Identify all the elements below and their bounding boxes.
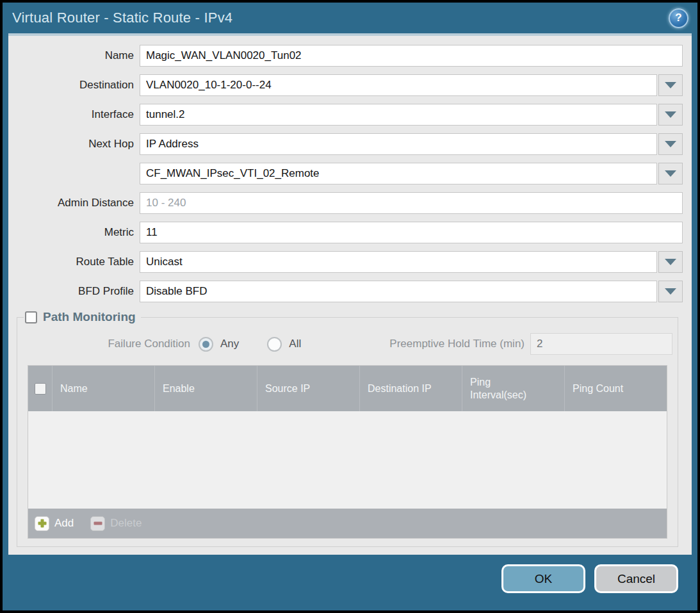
column-header-destination-ip[interactable]: Destination IP [359,366,462,411]
route-table-input[interactable] [140,251,657,273]
chevron-down-icon [665,82,676,88]
add-button[interactable]: Add [35,516,74,531]
plus-icon [35,516,49,531]
route-table-dropdown-button[interactable] [658,251,683,273]
chevron-down-icon [665,141,676,147]
static-route-dialog: Virtual Router - Static Route - IPv4 ? N… [3,3,697,610]
select-all-cell [28,366,52,411]
failure-condition-any-label: Any [220,338,239,350]
path-monitoring-table: Name Enable Source IP Destination IP Pin… [28,365,667,539]
bfd-profile-dropdown-button[interactable] [658,281,683,302]
failure-condition-label: Failure Condition [22,338,190,350]
help-icon[interactable]: ? [669,8,688,28]
table-header: Name Enable Source IP Destination IP Pin… [28,366,667,411]
ok-button[interactable]: OK [501,564,585,593]
bfd-profile-input[interactable] [140,281,657,302]
preemptive-hold-time-label: Preemptive Hold Time (min) [389,338,525,350]
path-monitoring-legend: Path Monitoring [24,310,141,324]
admin-distance-label: Admin Distance [12,197,134,209]
interface-label: Interface [12,108,134,121]
chevron-down-icon [665,288,676,295]
column-header-enable[interactable]: Enable [154,366,257,411]
route-table-row: Route Table [12,251,683,273]
interface-dropdown-button[interactable] [658,104,683,126]
dialog-footer: OK Cancel [3,555,697,610]
interface-row: Interface [12,104,683,126]
chevron-down-icon [665,259,676,265]
admin-distance-row: Admin Distance [12,192,683,214]
next-hop-type-input[interactable] [140,133,657,155]
delete-button-label: Delete [110,517,142,530]
destination-row: Destination [12,74,683,96]
next-hop-row: Next Hop [12,133,683,155]
minus-icon [90,516,105,531]
delete-button[interactable]: Delete [90,516,142,531]
next-hop-label: Next Hop [12,138,134,151]
failure-condition-any-radio[interactable] [199,337,213,352]
name-input[interactable] [140,45,683,67]
chevron-down-icon [665,170,676,177]
interface-input[interactable] [140,104,657,126]
path-monitoring-checkbox[interactable] [25,311,37,323]
column-header-name[interactable]: Name [52,366,154,411]
metric-label: Metric [12,226,134,239]
column-header-ping-interval[interactable]: Ping Interval(sec) [462,366,564,411]
bfd-profile-label: BFD Profile [12,285,134,298]
dialog-titlebar: Virtual Router - Static Route - IPv4 ? [3,3,697,33]
table-body-empty [28,411,667,509]
select-all-checkbox[interactable] [35,383,46,395]
dialog-content: Name Destination Interface [8,33,692,555]
preemptive-hold-time-input[interactable] [530,333,672,355]
next-hop-address-row [12,163,683,184]
destination-input[interactable] [140,74,657,96]
admin-distance-input[interactable] [140,192,683,214]
name-label: Name [12,49,134,62]
column-header-ping-count[interactable]: Ping Count [564,366,667,411]
metric-row: Metric [12,222,683,243]
route-table-label: Route Table [12,256,134,268]
destination-dropdown-button[interactable] [658,74,683,96]
path-monitoring-section: Path Monitoring Failure Condition Any Al… [17,310,678,547]
next-hop-address-input[interactable] [140,163,657,184]
next-hop-address-dropdown-button[interactable] [658,163,683,184]
dialog-title: Virtual Router - Static Route - IPv4 [12,10,232,26]
failure-condition-all-label: All [289,338,301,350]
destination-label: Destination [12,79,134,92]
failure-condition-row: Failure Condition Any All Preemptive Hol… [22,333,672,355]
metric-input[interactable] [140,222,683,243]
path-monitoring-title: Path Monitoring [43,310,136,324]
table-toolbar: Add Delete [28,509,667,538]
next-hop-type-dropdown-button[interactable] [658,133,683,155]
cancel-button[interactable]: Cancel [594,564,678,593]
screen: Virtual Router - Static Route - IPv4 ? N… [0,0,700,613]
chevron-down-icon [665,111,676,118]
failure-condition-all-radio[interactable] [267,337,282,352]
column-header-source-ip[interactable]: Source IP [257,366,359,411]
bfd-profile-row: BFD Profile [12,281,683,302]
name-row: Name [12,45,683,67]
add-button-label: Add [54,517,74,530]
